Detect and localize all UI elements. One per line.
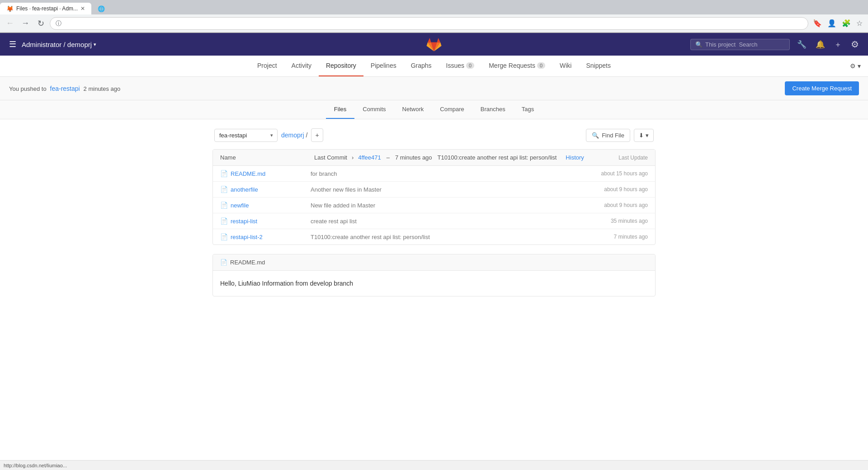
file-icon-1: 📄 [220, 186, 228, 193]
browser-tabs: 🦊 Files · fea-restapi · Adm... ✕ 🌐 [0, 0, 868, 14]
repo-tab-files[interactable]: Files [326, 100, 354, 119]
readme-header-label: README.md [230, 259, 265, 266]
nav-merge-requests[interactable]: Merge Requests 0 [481, 56, 552, 76]
tab-favicon: 🦊 [6, 5, 14, 12]
wrench-icon[interactable]: 🔧 [795, 38, 808, 51]
file-name-col-0: 📄 README.md [220, 170, 311, 177]
nav-wiki[interactable]: Wiki [552, 56, 579, 76]
file-table: Name Last Commit › 4ffee471 – 7 minutes … [212, 149, 656, 245]
repo-tab-tags[interactable]: Tags [514, 100, 542, 119]
commit-time: 7 minutes ago [395, 154, 432, 161]
history-link[interactable]: History [566, 154, 584, 161]
hamburger-menu[interactable]: ☰ [7, 38, 18, 51]
file-commit-col-4: T10100:create another rest api list: per… [311, 234, 566, 240]
repo-tab-bar: Files Commits Network Compare Branches T… [0, 100, 868, 119]
add-file-button[interactable]: + [311, 128, 323, 142]
profile-icon[interactable]: 👤 [826, 17, 838, 29]
commit-arrow: › [352, 154, 354, 161]
find-file-button[interactable]: 🔍 Find File [586, 129, 630, 142]
readme-body: Hello, LiuMiao Information from develop … [213, 271, 655, 296]
file-name-link-3[interactable]: restapi-list [231, 218, 257, 225]
repo-tab-compare[interactable]: Compare [432, 100, 472, 119]
breadcrumb-separator: / [306, 132, 308, 139]
file-name-col-3: 📄 restapi-list [220, 217, 311, 225]
commit-sep: – [387, 154, 390, 161]
plus-icon[interactable]: ＋ [832, 38, 844, 52]
back-button[interactable]: ← [4, 17, 16, 30]
repo-tab-network[interactable]: Network [394, 100, 432, 119]
nav-left: ☰ Administrator / demoprj ▾ [7, 38, 96, 51]
nav-brand-caret-icon: ▾ [94, 42, 96, 47]
file-row: 📄 newfile New file added in Master about… [213, 197, 655, 213]
tab-close-icon[interactable]: ✕ [80, 5, 85, 12]
file-icon-0: 📄 [220, 170, 228, 177]
reload-button[interactable]: ↻ [34, 17, 47, 30]
user-avatar-icon[interactable]: ⚙ [849, 37, 861, 52]
extensions-icon[interactable]: 🧩 [840, 17, 853, 29]
file-icon-2: 📄 [220, 202, 228, 209]
file-name-link-2[interactable]: newfile [231, 202, 249, 209]
nav-activity[interactable]: Activity [284, 56, 319, 76]
project-search-input[interactable] [705, 41, 778, 48]
bell-icon[interactable]: 🔔 [814, 38, 827, 51]
lock-icon: ⓘ [56, 19, 61, 28]
breadcrumb-root-link[interactable]: demoprj [281, 132, 304, 139]
last-commit-label: Last Commit [314, 154, 347, 161]
file-icon-4: 📄 [220, 233, 228, 240]
push-bar-prefix: You pushed to [9, 85, 47, 92]
download-button[interactable]: ⬇ ▾ [634, 129, 654, 142]
search-icon: 🔍 [695, 41, 703, 48]
file-name-link-1[interactable]: anotherfile [231, 186, 258, 193]
nav-graphs[interactable]: Graphs [404, 56, 439, 76]
push-bar-branch-link[interactable]: fea-restapi [50, 85, 80, 92]
push-bar-text: You pushed to fea-restapi 2 minutes ago [9, 85, 120, 92]
nav-brand[interactable]: Administrator / demoprj ▾ [22, 41, 96, 48]
file-name-col-1: 📄 anotherfile [220, 186, 311, 193]
file-commit-col-1: Another new files in Master [311, 186, 566, 193]
repo-tab-branches[interactable]: Branches [472, 100, 514, 119]
readme-file-icon: 📄 [220, 259, 227, 266]
name-col-header: Name [220, 154, 311, 161]
file-name-link-4[interactable]: restapi-list-2 [231, 234, 263, 240]
secondary-nav: Project Activity Repository Pipelines Gr… [0, 56, 868, 77]
settings-gear-icon[interactable]: ⚙ ▾ [850, 62, 861, 70]
main-content: fea-restapi demoprj / + 🔍 Find File ⬇ ▾ [212, 119, 656, 306]
readme-section: 📄 README.md Hello, LiuMiao Information f… [212, 254, 656, 296]
browser-tab-active[interactable]: 🦊 Files · fea-restapi · Adm... ✕ [0, 3, 91, 14]
readme-body-text: Hello, LiuMiao Information from develop … [220, 280, 648, 287]
nav-snippets[interactable]: Snippets [579, 56, 618, 76]
file-time-col-2: about 9 hours ago [566, 202, 648, 208]
url-input[interactable]: 192.168.32.131/root/demoprj/tree/fea-res… [64, 20, 802, 27]
last-update-col-header: Last Update [618, 155, 648, 161]
file-row: 📄 anotherfile Another new files in Maste… [213, 182, 655, 197]
url-bar: ⓘ 192.168.32.131/root/demoprj/tree/fea-r… [50, 17, 808, 30]
nav-issues[interactable]: Issues 0 [439, 56, 482, 76]
browser-toolbar: ← → ↻ ⓘ 192.168.32.131/root/demoprj/tree… [0, 14, 868, 33]
file-time-col-4: 7 minutes ago [566, 234, 648, 240]
create-merge-request-button[interactable]: Create Merge Request [785, 81, 859, 95]
star-icon[interactable]: ☆ [854, 17, 864, 29]
browser-tab-inactive[interactable]: 🌐 [91, 3, 164, 14]
toolbar-row: fea-restapi demoprj / + 🔍 Find File ⬇ ▾ [212, 128, 656, 142]
file-commit-col-0: for branch [311, 170, 566, 177]
file-icon-3: 📄 [220, 217, 228, 225]
branch-select[interactable]: fea-restapi [214, 129, 278, 142]
nav-project[interactable]: Project [250, 56, 284, 76]
file-name-col-4: 📄 restapi-list-2 [220, 233, 311, 240]
file-name-link-0[interactable]: README.md [231, 170, 265, 177]
nav-repository[interactable]: Repository [319, 56, 363, 76]
project-search-bar[interactable]: 🔍 [690, 39, 790, 50]
inactive-tab-icon: 🌐 [98, 5, 105, 12]
find-file-label: Find File [602, 132, 624, 139]
toolbar-right: 🔍 Find File ⬇ ▾ [586, 129, 654, 142]
commit-hash-link[interactable]: 4ffee471 [358, 154, 381, 161]
download-caret-icon: ▾ [646, 132, 649, 139]
tab-label: Files · fea-restapi · Adm... [16, 5, 78, 12]
nav-pipelines[interactable]: Pipelines [363, 56, 404, 76]
bookmark-icon[interactable]: 🔖 [811, 17, 824, 29]
forward-button[interactable]: → [19, 17, 32, 30]
repo-tab-commits[interactable]: Commits [354, 100, 394, 119]
browser-chrome: 🦊 Files · fea-restapi · Adm... ✕ 🌐 ← → ↻… [0, 0, 868, 33]
nav-right: 🔍 🔧 🔔 ＋ ⚙ [690, 37, 861, 52]
file-row: 📄 restapi-list create rest api list 35 m… [213, 213, 655, 229]
